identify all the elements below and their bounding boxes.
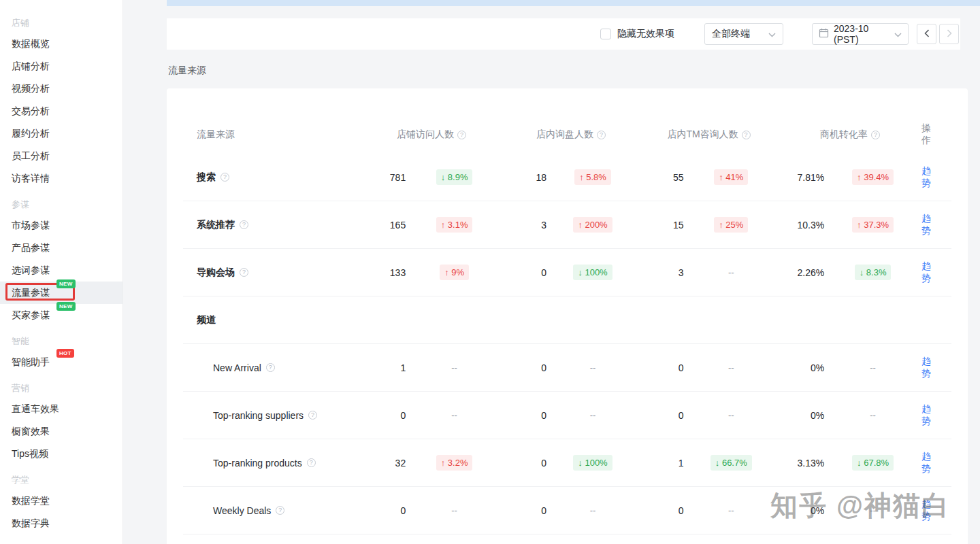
metric-value: 781 — [360, 172, 406, 183]
help-icon[interactable]: ? — [597, 131, 606, 139]
action-cell: 趋势 — [921, 165, 951, 190]
action-cell: 趋势 — [921, 451, 951, 475]
column-header-label: 店内TM咨询人数 — [667, 129, 738, 141]
help-icon[interactable]: ? — [308, 411, 317, 420]
sidebar-item-数据学堂[interactable]: 数据学堂 — [0, 490, 122, 512]
help-icon[interactable]: ? — [307, 458, 316, 467]
sidebar-section-header: 营销 — [0, 379, 122, 398]
sidebar-item-视频分析[interactable]: 视频分析 — [0, 78, 122, 100]
calendar-icon — [819, 28, 829, 40]
sidebar-item-label: 流量参谋 — [12, 287, 50, 298]
column-header-label: 店铺访问人数 — [397, 129, 454, 141]
metric-value: 18 — [503, 172, 546, 183]
metric-change: ↑ 25% — [684, 217, 779, 233]
metric-cell: 55↑ 41% — [639, 169, 779, 185]
metric-value: 3 — [639, 267, 684, 278]
sidebar-item-数据概览[interactable]: 数据概览 — [0, 33, 122, 55]
sidebar-item-产品参谋[interactable]: 产品参谋 — [0, 237, 122, 259]
change-badge-up: ↑ 3.1% — [436, 217, 473, 233]
help-icon[interactable]: ? — [220, 173, 229, 182]
sidebar-item-交易分析[interactable]: 交易分析 — [0, 100, 122, 122]
metric-change: -- — [684, 362, 779, 373]
sidebar-item-选词参谋[interactable]: 选词参谋 — [0, 259, 122, 282]
metric-value: 55 — [639, 172, 684, 183]
trend-link[interactable]: 趋势 — [921, 403, 931, 426]
metric-change: ↑ 5.8% — [546, 169, 639, 185]
metric-cell: 0-- — [360, 505, 503, 516]
column-header-label: 流量来源 — [197, 129, 235, 141]
help-icon[interactable]: ? — [871, 131, 880, 139]
sidebar-item-智能助手[interactable]: 智能助手HOT — [0, 351, 122, 373]
sidebar-item-label: 数据概览 — [12, 38, 50, 49]
metric-cell: 133↑ 9% — [360, 265, 503, 280]
action-cell: 趋势 — [921, 260, 951, 285]
metric-value: 3 — [503, 220, 546, 231]
metric-change: ↑ 3.1% — [406, 217, 503, 233]
hide-ineffective-toggle[interactable]: 隐藏无效果项 — [600, 28, 674, 40]
metric-cell: 165↑ 3.1% — [360, 217, 503, 233]
sidebar-section-header: 学堂 — [0, 471, 122, 490]
sidebar-item-label: 直通车效果 — [12, 403, 59, 414]
metric-change: -- — [406, 362, 503, 373]
prev-period-button[interactable] — [917, 24, 936, 44]
metric-cell: 3-- — [639, 267, 779, 278]
metric-value: 3.13% — [779, 458, 824, 469]
metric-cell: 32↑ 3.2% — [360, 455, 503, 471]
metric-change: ↓ 8.9% — [406, 169, 503, 185]
sidebar-item-数据字典[interactable]: 数据字典 — [0, 512, 122, 534]
help-icon[interactable]: ? — [276, 506, 284, 515]
metric-cell: 10.3%↑ 37.3% — [779, 217, 921, 233]
sidebar-item-访客详情[interactable]: 访客详情 — [0, 167, 122, 190]
metric-cell: 0%-- — [779, 505, 921, 516]
hide-ineffective-checkbox[interactable] — [600, 29, 611, 39]
sidebar-item-badge: NEW — [56, 279, 76, 288]
sidebar-item-市场参谋[interactable]: 市场参谋 — [0, 214, 122, 237]
change-badge-down: ↓ 100% — [573, 455, 612, 471]
trend-link[interactable]: 趋势 — [921, 451, 931, 474]
sidebar-item-label: Tips视频 — [12, 448, 48, 459]
no-change-dash: -- — [728, 362, 734, 373]
sidebar-item-橱窗效果[interactable]: 橱窗效果 — [0, 420, 122, 443]
metric-value: 1 — [360, 362, 406, 373]
metric-cell: 0-- — [503, 362, 639, 373]
trend-link[interactable]: 趋势 — [921, 213, 931, 236]
help-icon[interactable]: ? — [742, 131, 751, 139]
trend-link[interactable]: 趋势 — [921, 498, 931, 522]
sidebar-item-店铺分析[interactable]: 店铺分析 — [0, 55, 122, 78]
no-change-dash: -- — [728, 410, 734, 420]
metric-cell: 7.81%↑ 39.4% — [779, 169, 921, 185]
action-cell: 趋势 — [921, 213, 951, 237]
metric-cell: 0↓ 100% — [503, 265, 639, 280]
metric-value: 0 — [503, 362, 546, 373]
terminal-select[interactable]: 全部终端 — [704, 23, 783, 45]
metric-change: ↓ 67.8% — [824, 455, 921, 471]
no-change-dash: -- — [870, 362, 876, 373]
change-badge-down: ↓ 8.3% — [855, 265, 892, 280]
main-content: 隐藏无效果项 全部终端 2023-10 (PST) 流量来源 流量来源店铺访问人… — [123, 0, 980, 544]
metric-change: ↓ 8.3% — [824, 265, 921, 280]
trend-link[interactable]: 趋势 — [921, 165, 931, 188]
metric-cell: 0-- — [503, 410, 639, 421]
sidebar-item-员工分析[interactable]: 员工分析 — [0, 145, 122, 167]
sidebar-item-流量参谋[interactable]: 流量参谋NEW — [0, 282, 122, 304]
sidebar-item-Tips视频[interactable]: Tips视频 — [0, 443, 122, 465]
metric-change: -- — [546, 362, 639, 373]
trend-link[interactable]: 趋势 — [921, 260, 931, 284]
help-icon[interactable]: ? — [266, 363, 275, 372]
change-badge-up: ↑ 9% — [440, 265, 469, 280]
trend-link[interactable]: 趋势 — [921, 356, 931, 379]
next-period-button[interactable] — [939, 24, 959, 44]
help-icon[interactable]: ? — [457, 131, 466, 139]
sidebar-item-直通车效果[interactable]: 直通车效果 — [0, 398, 122, 420]
help-icon[interactable]: ? — [240, 220, 248, 229]
row-label: New Arrival — [213, 362, 261, 373]
metric-change: -- — [546, 410, 639, 420]
sidebar-item-履约分析[interactable]: 履约分析 — [0, 122, 122, 145]
column-header-label: 操作 — [921, 122, 931, 146]
metric-cell: 18↑ 5.8% — [503, 169, 639, 185]
table-main-rows: 搜索?781↓ 8.9%18↑ 5.8%55↑ 41%7.81%↑ 39.4%趋… — [183, 154, 951, 296]
date-picker[interactable]: 2023-10 (PST) — [812, 23, 909, 45]
metric-change: -- — [684, 505, 779, 515]
sidebar-item-买家参谋[interactable]: 买家参谋NEW — [0, 304, 122, 326]
help-icon[interactable]: ? — [240, 268, 248, 277]
